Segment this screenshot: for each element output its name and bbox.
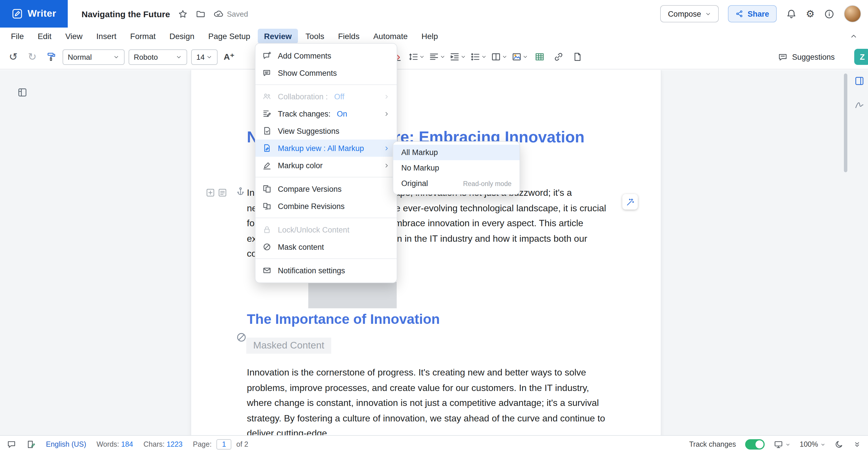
language-selector[interactable]: English (US) bbox=[46, 441, 86, 448]
menu-file[interactable]: File bbox=[5, 29, 30, 43]
word-count[interactable]: Words: 184 bbox=[96, 441, 133, 448]
suggestions-label: Suggestions bbox=[792, 53, 835, 61]
markup-view-icon bbox=[262, 144, 272, 153]
menu-edit[interactable]: Edit bbox=[31, 29, 58, 43]
panel-signature-icon[interactable] bbox=[854, 100, 865, 110]
chevron-down-icon bbox=[460, 54, 466, 60]
doc-paragraph-2[interactable]: Innovation is the cornerstone of progres… bbox=[247, 365, 617, 435]
chevron-down-icon bbox=[113, 54, 119, 60]
vertical-scrollbar[interactable] bbox=[844, 73, 847, 172]
menu-item-notification-settings[interactable]: Notification settings bbox=[255, 262, 397, 279]
menu-design[interactable]: Design bbox=[163, 29, 200, 43]
columns-layout-button[interactable] bbox=[491, 52, 507, 62]
indent-button[interactable] bbox=[450, 52, 466, 62]
menu-item-add-comments[interactable]: Add Comments bbox=[255, 47, 397, 64]
document-title[interactable]: Navigating the Future bbox=[82, 9, 170, 19]
settings-gear-icon[interactable]: ⚙ bbox=[806, 9, 815, 19]
comments-panel-icon[interactable] bbox=[7, 440, 16, 449]
top-bar-actions: Compose Share ⚙ bbox=[660, 5, 868, 22]
app-logo[interactable]: Writer bbox=[0, 0, 68, 28]
masked-image-block[interactable] bbox=[308, 282, 397, 308]
proofing-icon[interactable] bbox=[26, 440, 36, 449]
font-size-select[interactable]: 14 bbox=[191, 49, 218, 65]
panel-document-icon[interactable] bbox=[854, 76, 865, 86]
compare-versions-icon bbox=[262, 184, 272, 193]
menu-fields[interactable]: Fields bbox=[332, 29, 366, 43]
menu-format[interactable]: Format bbox=[124, 29, 162, 43]
list-button[interactable] bbox=[470, 52, 487, 62]
menu-review[interactable]: Review bbox=[258, 29, 298, 43]
submenu-item-no-markup[interactable]: No Markup bbox=[393, 160, 520, 176]
help-info-icon[interactable] bbox=[824, 8, 835, 19]
view-mode-button[interactable] bbox=[774, 440, 790, 449]
menu-view[interactable]: View bbox=[59, 29, 89, 43]
chevron-right-icon bbox=[383, 111, 390, 117]
menu-item-view-suggestions[interactable]: View Suggestions bbox=[255, 122, 397, 140]
redo-icon[interactable]: ↻ bbox=[25, 49, 40, 64]
menu-insert[interactable]: Insert bbox=[90, 29, 123, 43]
chevron-down-icon bbox=[820, 442, 826, 447]
notifications-bell-icon[interactable] bbox=[786, 8, 797, 19]
menu-item-combine-revisions[interactable]: Combine Revisions bbox=[255, 198, 397, 215]
read-only-note: Read-only mode bbox=[463, 180, 512, 187]
menu-item-track-changes[interactable]: Track changes: On bbox=[255, 105, 397, 122]
status-bar: English (US) Words: 184 Chars: 1223 Page… bbox=[0, 435, 868, 453]
save-status-label: Saved bbox=[227, 9, 248, 18]
top-bar: Writer Navigating the Future Saved Compo… bbox=[0, 0, 868, 28]
insert-table-icon[interactable] bbox=[532, 49, 547, 64]
compose-button[interactable]: Compose bbox=[660, 5, 719, 22]
insert-image-button[interactable] bbox=[512, 52, 528, 62]
insert-page-break-icon[interactable] bbox=[570, 49, 585, 64]
insert-link-icon[interactable] bbox=[551, 49, 566, 64]
menu-item-lock-unlock[interactable]: Lock/Unlock Content bbox=[255, 221, 397, 238]
track-changes-toggle[interactable] bbox=[745, 439, 765, 450]
font-family-select[interactable]: Roboto bbox=[129, 49, 187, 65]
char-count[interactable]: Chars: 1223 bbox=[144, 441, 183, 448]
dark-mode-moon-icon[interactable] bbox=[835, 440, 844, 449]
tracked-insert-marker-icon[interactable] bbox=[206, 188, 215, 197]
menu-tools[interactable]: Tools bbox=[299, 29, 330, 43]
paragraph-style-select[interactable]: Normal bbox=[63, 49, 125, 65]
menu-automate[interactable]: Automate bbox=[367, 29, 414, 43]
undo-icon[interactable]: ↺ bbox=[6, 49, 21, 64]
collapse-toolbar-icon[interactable] bbox=[849, 32, 858, 40]
masked-content-chip[interactable]: Masked Content bbox=[246, 338, 331, 354]
favorite-star-icon[interactable] bbox=[178, 9, 188, 19]
submenu-item-original[interactable]: Original Read-only mode bbox=[393, 176, 520, 191]
masked-content-icon[interactable] bbox=[236, 332, 247, 343]
menu-item-show-comments[interactable]: Show Comments bbox=[255, 64, 397, 82]
doc-heading-2[interactable]: The Importance of Innovation bbox=[247, 311, 440, 327]
collapse-statusbar-icon[interactable] bbox=[853, 441, 861, 448]
increase-font-icon[interactable]: A⁺ bbox=[222, 49, 237, 64]
zia-suggestion-wand-icon[interactable] bbox=[622, 194, 638, 210]
page-indicator: Page: 1 of 2 bbox=[193, 439, 248, 450]
menu-item-mask-content[interactable]: Mask content bbox=[255, 238, 397, 255]
mask-content-icon bbox=[262, 242, 272, 251]
menu-help[interactable]: Help bbox=[415, 29, 444, 43]
menu-divider bbox=[255, 177, 397, 177]
paragraph-style-value: Normal bbox=[68, 53, 92, 61]
page-number-input[interactable]: 1 bbox=[216, 439, 231, 450]
document-pane-icon[interactable] bbox=[17, 87, 28, 98]
line-spacing-button[interactable] bbox=[408, 52, 425, 62]
menu-item-markup-view[interactable]: Markup view : All Markup bbox=[255, 140, 397, 157]
menu-item-collaboration[interactable]: Collaboration : Off bbox=[255, 88, 397, 105]
user-avatar[interactable] bbox=[844, 5, 861, 22]
share-label: Share bbox=[747, 9, 769, 18]
anchor-icon[interactable] bbox=[236, 187, 245, 196]
comment-icon bbox=[262, 68, 272, 78]
document-canvas: Navigating the Future: Embracing Innovat… bbox=[0, 70, 868, 435]
menu-item-markup-color[interactable]: Markup color bbox=[255, 157, 397, 174]
menu-item-compare-versions[interactable]: Compare Versions bbox=[255, 180, 397, 198]
text-align-button[interactable] bbox=[429, 52, 445, 62]
zia-assistant-icon[interactable]: Z bbox=[854, 49, 868, 65]
zoom-control[interactable]: 100% bbox=[800, 441, 826, 448]
submenu-item-all-markup[interactable]: All Markup bbox=[393, 145, 520, 160]
tracked-change-list-icon[interactable] bbox=[218, 188, 227, 197]
share-button[interactable]: Share bbox=[728, 5, 776, 22]
markup-view-submenu: All Markup No Markup Original Read-only … bbox=[393, 141, 520, 194]
folder-icon[interactable] bbox=[196, 9, 206, 19]
suggestions-button[interactable]: Suggestions bbox=[778, 52, 835, 62]
menu-page-setup[interactable]: Page Setup bbox=[202, 29, 256, 43]
format-painter-icon[interactable] bbox=[43, 49, 59, 64]
